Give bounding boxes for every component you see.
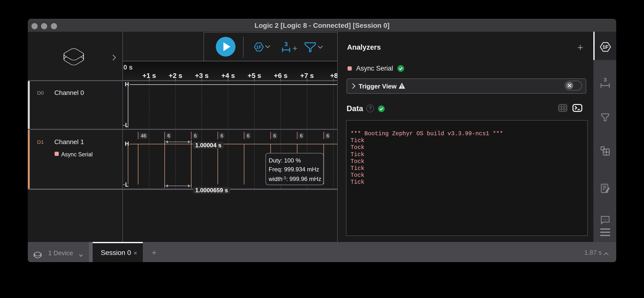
svg-text:1F: 1F — [256, 44, 262, 50]
svg-text:3: 3 — [604, 78, 607, 83]
svg-text:1F: 1F — [602, 44, 608, 50]
svg-text:3: 3 — [284, 42, 288, 48]
